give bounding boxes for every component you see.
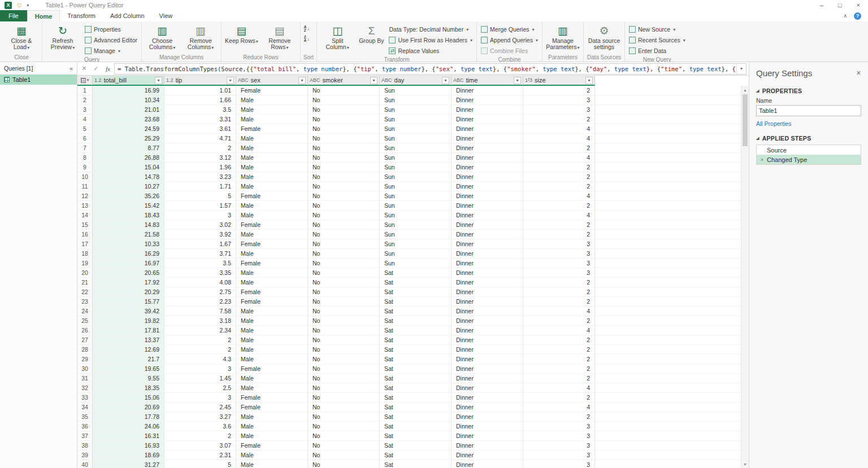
row-number[interactable]: 3 (77, 105, 93, 114)
grid-cell[interactable]: Sat (380, 431, 452, 440)
commit-formula-icon[interactable]: ✓ (90, 65, 102, 72)
properties-button[interactable]: Properties (83, 24, 140, 34)
grid-cell[interactable]: Sun (380, 230, 452, 239)
grid-cell[interactable]: Male (236, 374, 308, 383)
grid-cell[interactable]: 16.99 (93, 86, 164, 95)
row-number[interactable]: 30 (77, 364, 93, 373)
grid-cell[interactable]: 31.27 (93, 460, 164, 468)
grid-cell[interactable]: 16.97 (93, 259, 164, 268)
collapse-ribbon-icon[interactable]: ∧ (843, 13, 847, 19)
grid-cell[interactable]: 13.37 (93, 335, 164, 344)
grid-cell[interactable]: 3.5 (164, 259, 236, 268)
grid-cell[interactable]: 2 (523, 412, 595, 421)
row-number[interactable]: 15 (77, 220, 93, 229)
grid-cell[interactable]: 15.77 (93, 297, 164, 306)
grid-cell[interactable]: Female (236, 441, 308, 450)
grid-cell[interactable]: Dinner (452, 364, 523, 373)
row-number[interactable]: 34 (77, 403, 93, 412)
grid-cell[interactable]: 2 (523, 143, 595, 152)
grid-cell[interactable]: 20.29 (93, 287, 164, 296)
grid-cell[interactable]: Sat (380, 355, 452, 364)
scroll-up-icon[interactable]: ▲ (741, 86, 749, 94)
grid-cell[interactable]: 1.45 (164, 374, 236, 383)
grid-cell[interactable]: No (308, 431, 380, 440)
grid-cell[interactable]: 16.29 (93, 249, 164, 258)
data-source-settings-button[interactable]: ⚙ Data source settings (585, 23, 623, 54)
grid-cell[interactable]: Dinner (452, 297, 523, 306)
grid-cell[interactable]: No (308, 412, 380, 421)
grid-cell[interactable]: 1.71 (164, 182, 236, 191)
grid-cell[interactable]: Dinner (452, 268, 523, 277)
row-number[interactable]: 18 (77, 249, 93, 258)
row-number[interactable]: 21 (77, 278, 93, 287)
row-number[interactable]: 1 (77, 86, 93, 95)
grid-cell[interactable]: No (308, 105, 380, 114)
grid-cell[interactable]: 1.66 (164, 95, 236, 104)
row-number[interactable]: 32 (77, 383, 93, 392)
grid-cell[interactable]: Sun (380, 182, 452, 191)
grid-cell[interactable]: 4 (523, 326, 595, 335)
grid-cell[interactable]: Male (236, 182, 308, 191)
grid-cell[interactable]: 8.77 (93, 143, 164, 152)
row-number[interactable]: 35 (77, 412, 93, 421)
grid-cell[interactable]: 2 (523, 220, 595, 229)
grid-cell[interactable]: 2 (523, 201, 595, 210)
grid-cell[interactable]: 26.88 (93, 153, 164, 162)
grid-cell[interactable]: Sun (380, 105, 452, 114)
grid-cell[interactable]: Sun (380, 124, 452, 133)
grid-cell[interactable]: 2 (523, 163, 595, 172)
filter-dropdown-icon[interactable]: ▾ (585, 77, 593, 84)
grid-cell[interactable]: 2 (164, 143, 236, 152)
filter-dropdown-icon[interactable]: ▾ (227, 77, 234, 84)
grid-cell[interactable]: Sat (380, 412, 452, 421)
row-number[interactable]: 24 (77, 307, 93, 316)
grid-cell[interactable]: 2 (523, 297, 595, 306)
column-header[interactable]: ABC time ▾ (452, 76, 523, 86)
grid-cell[interactable]: No (308, 383, 380, 392)
grid-cell[interactable]: Male (236, 450, 308, 460)
grid-cell[interactable]: 20.65 (93, 268, 164, 277)
grid-cell[interactable]: 3 (523, 431, 595, 440)
grid-cell[interactable]: No (308, 393, 380, 402)
grid-cell[interactable]: 16.93 (93, 441, 164, 450)
grid-cell[interactable]: 2 (523, 374, 595, 383)
grid-cell[interactable]: 5 (164, 460, 236, 468)
grid-cell[interactable]: Dinner (452, 412, 523, 421)
grid-cell[interactable]: Sat (380, 393, 452, 402)
grid-cell[interactable]: Male (236, 412, 308, 421)
row-number[interactable]: 13 (77, 201, 93, 210)
grid-cell[interactable]: Sun (380, 115, 452, 124)
grid-cell[interactable]: 1.57 (164, 201, 236, 210)
grid-cell[interactable]: No (308, 326, 380, 335)
grid-cell[interactable]: Female (236, 403, 308, 412)
grid-cell[interactable]: 18.69 (93, 450, 164, 460)
grid-cell[interactable]: 2 (523, 316, 595, 325)
grid-cell[interactable]: 3 (523, 105, 595, 114)
row-number[interactable]: 4 (77, 115, 93, 124)
grid-cell[interactable]: Sat (380, 335, 452, 344)
grid-cell[interactable]: Female (236, 220, 308, 229)
grid-cell[interactable]: 4 (523, 307, 595, 316)
grid-cell[interactable]: 2 (164, 335, 236, 344)
cancel-formula-icon[interactable]: ✕ (79, 65, 90, 72)
grid-cell[interactable]: No (308, 307, 380, 316)
grid-cell[interactable]: Dinner (452, 259, 523, 268)
grid-cell[interactable]: No (308, 441, 380, 450)
grid-cell[interactable]: Dinner (452, 230, 523, 239)
tab-view[interactable]: View (152, 10, 180, 21)
close-and-load-button[interactable]: ▦ Close & Load▾ (3, 23, 40, 54)
grid-cell[interactable]: Sat (380, 268, 452, 277)
grid-cell[interactable]: Dinner (452, 201, 523, 210)
grid-cell[interactable]: Male (236, 268, 308, 277)
grid-cell[interactable]: 1.01 (164, 86, 236, 95)
grid-cell[interactable]: Male (236, 431, 308, 440)
grid-cell[interactable]: Male (236, 134, 308, 143)
grid-cell[interactable]: 35.26 (93, 191, 164, 200)
column-header[interactable]: ABC smoker ▾ (308, 76, 380, 86)
grid-cell[interactable]: 3 (523, 95, 595, 104)
grid-cell[interactable]: Sat (380, 307, 452, 316)
column-header[interactable]: 1.2 tip ▾ (164, 76, 236, 86)
grid-cell[interactable]: No (308, 259, 380, 268)
grid-cell[interactable]: Dinner (452, 326, 523, 335)
grid-cell[interactable]: No (308, 143, 380, 152)
